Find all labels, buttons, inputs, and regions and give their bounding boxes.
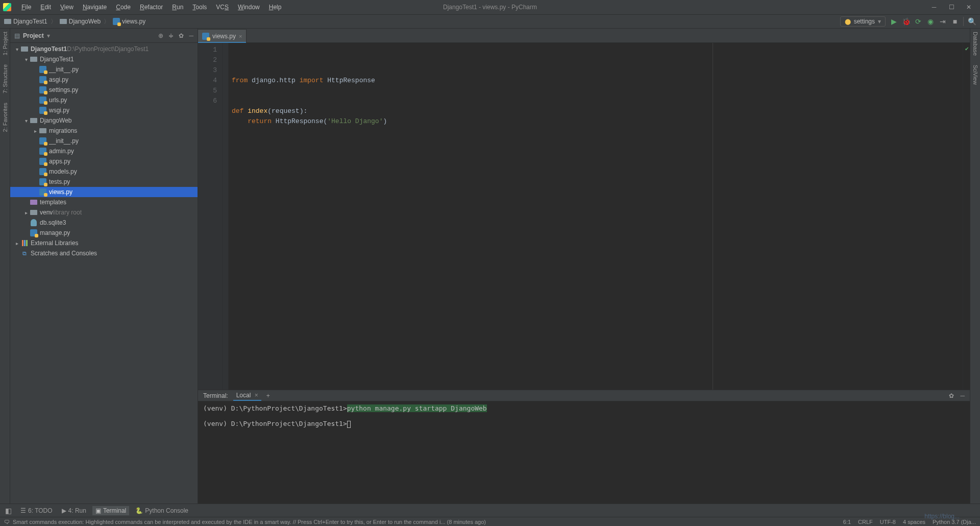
menu-refactor[interactable]: Refactor [136,2,167,13]
rail-project[interactable]: 1: Project [2,32,8,55]
expand-arrow-icon[interactable]: ▸ [22,210,30,216]
locate-icon[interactable]: ⊕ [158,32,163,39]
chevron-down-icon[interactable]: ▾ [47,32,50,39]
line-number[interactable]: 4 [198,76,217,86]
line-number[interactable]: 6 [198,96,217,106]
add-terminal-button[interactable]: + [266,392,270,399]
expand-arrow-icon[interactable]: ▾ [22,57,30,62]
toolwin-pythonconsole[interactable]: 🐍Python Console [132,506,191,515]
run-button[interactable]: ▶ [890,17,898,26]
code-line[interactable] [232,86,960,96]
menu-code[interactable]: Code [112,2,135,13]
tree-node[interactable]: __init__.py [10,64,198,75]
tree-node[interactable]: views.py [10,187,198,197]
fold-gutter[interactable] [223,43,229,390]
menu-window[interactable]: Window [234,2,264,13]
marker-bar[interactable]: ✔ [963,43,970,390]
tree-node[interactable]: __init__.py [10,136,198,146]
menu-view[interactable]: View [56,2,78,13]
attach-button[interactable]: ⇥ [939,17,947,26]
expand-arrow-icon[interactable]: ▾ [13,46,20,52]
menu-file[interactable]: File [17,2,35,13]
line-gutter[interactable]: 123456 [198,43,223,390]
line-number[interactable]: 3 [198,65,217,76]
rail-structure[interactable]: 7: Structure [2,64,8,93]
status-indicator[interactable]: 6:1 [843,519,851,525]
tree-node[interactable]: models.py [10,166,198,177]
toolwin-terminal[interactable]: ▣Terminal [92,506,129,515]
code-line[interactable] [232,96,960,106]
tree-node[interactable]: templates [10,197,198,207]
tree-node[interactable]: ▸venv library root [10,207,198,218]
maximize-button[interactable]: ☐ [948,4,954,10]
line-number[interactable]: 1 [198,45,217,55]
project-panel-title[interactable]: Project [23,32,44,39]
menu-help[interactable]: Help [265,2,286,13]
gear-icon[interactable]: ✿ [179,32,184,39]
tree-node[interactable]: apps.py [10,156,198,166]
code-line[interactable]: def index(request): [232,106,960,116]
code-line[interactable] [232,127,960,137]
event-log-icon[interactable]: 🗨 [4,519,10,525]
tree-node[interactable]: urls.py [10,95,198,105]
rail-favorites[interactable]: 2: Favorites [2,103,8,132]
rail-sciview[interactable]: SciView [972,65,978,85]
tree-node[interactable]: wsgi.py [10,105,198,115]
terminal-hide-icon[interactable]: ─ [960,392,965,399]
tree-node[interactable]: db.sqlite3 [10,218,198,228]
tree-node-label: tests.py [49,178,70,185]
tree-node[interactable]: settings.py [10,85,198,95]
expand-arrow-icon[interactable]: ▾ [22,118,30,124]
line-number[interactable]: 2 [198,55,217,65]
tree-node[interactable]: ▾DjangoTest1 D:\PythonProject\DjangoTest… [10,44,198,54]
editor[interactable]: 123456 from django.http import HttpRespo… [198,43,970,390]
breadcrumb-item[interactable]: DjangoTest1 [4,18,47,25]
code-line[interactable]: from django.http import HttpResponse [232,76,960,86]
close-tab-icon[interactable]: × [253,392,258,399]
terminal-body[interactable]: (venv) D:\PythonProject\DjangoTest1>pyth… [198,401,970,504]
collapse-icon[interactable]: ≑ [168,32,174,39]
profile-button[interactable]: ◉ [926,17,935,26]
run-config-selector[interactable]: ⬤ settings ▾ [840,16,886,27]
tree-node[interactable]: ⧉Scratches and Consoles [10,248,198,258]
tree-node[interactable]: ▸External Libraries [10,238,198,248]
tree-node[interactable]: asgi.py [10,75,198,85]
menu-run[interactable]: Run [168,2,187,13]
tool-window-toggle-icon[interactable]: ◧ [4,507,12,515]
rail-database[interactable]: Database [972,32,978,56]
editor-tab[interactable]: views.py× [198,29,247,42]
menu-tools[interactable]: Tools [188,2,211,13]
menu-navigate[interactable]: Navigate [79,2,111,13]
line-number[interactable]: 5 [198,86,217,96]
project-tree[interactable]: ▾DjangoTest1 D:\PythonProject\DjangoTest… [10,43,198,504]
expand-arrow-icon[interactable]: ▸ [13,241,20,246]
menu-vcs[interactable]: VCS [212,2,233,13]
code-line[interactable]: return HttpResponse('Hello Django') [232,116,960,127]
status-indicator[interactable]: UTF-8 [880,519,896,525]
close-tab-icon[interactable]: × [239,33,242,39]
tree-node[interactable]: admin.py [10,146,198,156]
code-area[interactable]: from django.http import HttpResponsedef … [229,43,963,390]
tree-node[interactable]: tests.py [10,177,198,187]
tree-node[interactable]: ▾DjangoTest1 [10,54,198,64]
menu-edit[interactable]: Edit [36,2,55,13]
terminal-gear-icon[interactable]: ✿ [949,392,954,399]
stop-button[interactable]: ■ [951,17,959,26]
toolwin-todo[interactable]: ☰6: TODO [17,506,56,515]
toolwin-run[interactable]: ▶4: Run [59,506,89,515]
status-indicator[interactable]: 4 spaces [903,519,925,525]
tree-node[interactable]: ▸migrations [10,126,198,136]
minimize-button[interactable]: ─ [931,4,937,10]
run-coverage-button[interactable]: ⟳ [914,17,922,26]
status-indicator[interactable]: CRLF [858,519,873,525]
breadcrumb-item[interactable]: views.py [113,18,145,25]
debug-button[interactable]: 🐞 [902,17,910,26]
terminal-tab-local[interactable]: Local × [233,391,261,401]
tree-node[interactable]: manage.py [10,228,198,238]
tree-node[interactable]: ▾DjangoWeb [10,115,198,126]
breadcrumb-item[interactable]: DjangoWeb [60,18,101,25]
expand-arrow-icon[interactable]: ▸ [32,128,39,134]
hide-icon[interactable]: ─ [189,32,193,39]
search-icon[interactable]: 🔍 [968,17,976,26]
close-button[interactable]: ✕ [966,4,972,10]
